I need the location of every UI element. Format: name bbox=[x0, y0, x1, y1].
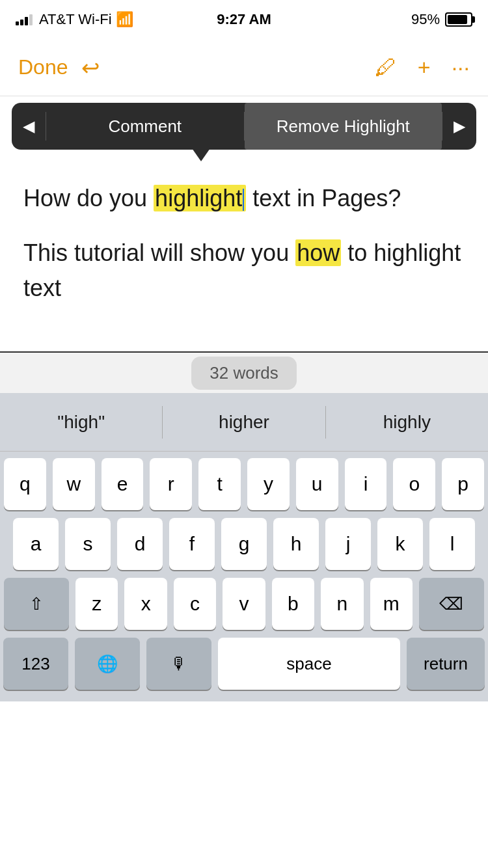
autocorrect-item-1[interactable]: "high" bbox=[0, 405, 162, 439]
battery-icon bbox=[445, 12, 472, 27]
markup-icon: 🖊 bbox=[375, 55, 397, 79]
autocorrect-item-2[interactable]: higher bbox=[163, 405, 325, 439]
globe-icon: 🌐 bbox=[97, 654, 118, 674]
mic-key[interactable]: 🎙 bbox=[146, 638, 211, 690]
keyboard: q w e r t y u i o p a s d f g h j k l ⇧ … bbox=[0, 452, 488, 701]
battery-fill bbox=[448, 15, 467, 24]
text-line-1[interactable]: How do you highlight text in Pages? bbox=[23, 181, 465, 216]
key-x[interactable]: x bbox=[124, 578, 167, 630]
key-s[interactable]: s bbox=[65, 518, 111, 570]
tooltip-menu: ◀ Comment Remove Highlight ▶ bbox=[12, 103, 476, 150]
return-key[interactable]: return bbox=[407, 638, 485, 690]
tooltip-next-button[interactable]: ▶ bbox=[442, 103, 476, 150]
text-line-2[interactable]: This tutorial will show you how to highl… bbox=[23, 236, 465, 306]
key-v[interactable]: v bbox=[223, 578, 265, 630]
line1-after: text in Pages? bbox=[246, 185, 401, 211]
key-y[interactable]: y bbox=[247, 458, 290, 510]
toolbar: Done ↩ 🖊 + ··· bbox=[0, 39, 488, 96]
key-t[interactable]: t bbox=[198, 458, 241, 510]
status-time: 9:27 AM bbox=[217, 11, 271, 28]
key-p[interactable]: p bbox=[442, 458, 484, 510]
toolbar-right: 🖊 + ··· bbox=[375, 55, 470, 80]
status-right: 95% bbox=[411, 11, 472, 28]
key-j[interactable]: j bbox=[325, 518, 371, 570]
shift-icon: ⇧ bbox=[29, 594, 44, 614]
battery-percent: 95% bbox=[411, 11, 440, 28]
next-icon: ▶ bbox=[454, 117, 465, 135]
key-w[interactable]: w bbox=[53, 458, 95, 510]
tooltip-prev-button[interactable]: ◀ bbox=[12, 103, 46, 150]
key-a[interactable]: a bbox=[13, 518, 59, 570]
autocorrect-item-3[interactable]: highly bbox=[326, 405, 488, 439]
toolbar-left: Done ↩ bbox=[18, 55, 100, 81]
key-row-2: a s d f g h j k l bbox=[4, 518, 484, 570]
undo-icon: ↩ bbox=[81, 55, 100, 80]
numbers-key[interactable]: 123 bbox=[3, 638, 68, 690]
key-l[interactable]: l bbox=[429, 518, 475, 570]
key-m[interactable]: m bbox=[370, 578, 413, 630]
key-d[interactable]: d bbox=[117, 518, 163, 570]
shift-key[interactable]: ⇧ bbox=[4, 578, 69, 630]
status-bar: AT&T Wi-Fi 📶 9:27 AM 95% bbox=[0, 0, 488, 39]
key-z[interactable]: z bbox=[75, 578, 118, 630]
space-key[interactable]: space bbox=[218, 638, 400, 690]
line1-before: How do you bbox=[23, 185, 154, 211]
key-b[interactable]: b bbox=[272, 578, 314, 630]
key-i[interactable]: i bbox=[345, 458, 387, 510]
key-r[interactable]: r bbox=[150, 458, 192, 510]
comment-button[interactable]: Comment bbox=[46, 103, 244, 150]
signal-bars bbox=[16, 14, 33, 25]
globe-key[interactable]: 🌐 bbox=[75, 638, 140, 690]
remove-highlight-button[interactable]: Remove Highlight bbox=[245, 103, 442, 150]
key-q[interactable]: q bbox=[4, 458, 46, 510]
text-cursor bbox=[243, 189, 244, 211]
markup-button[interactable]: 🖊 bbox=[375, 55, 397, 80]
add-button[interactable]: + bbox=[418, 55, 431, 80]
prev-icon: ◀ bbox=[23, 117, 34, 135]
line2-highlight: how bbox=[295, 239, 341, 266]
key-g[interactable]: g bbox=[221, 518, 267, 570]
key-f[interactable]: f bbox=[169, 518, 215, 570]
more-button[interactable]: ··· bbox=[452, 55, 470, 80]
word-count-bar: 32 words bbox=[0, 351, 488, 393]
key-u[interactable]: u bbox=[296, 458, 338, 510]
undo-button[interactable]: ↩ bbox=[81, 55, 100, 81]
key-n[interactable]: n bbox=[321, 578, 363, 630]
mic-icon: 🎙 bbox=[170, 654, 187, 674]
key-row-3: ⇧ z x c v b n m ⌫ bbox=[4, 578, 484, 630]
line2-before: This tutorial will show you bbox=[23, 239, 295, 266]
key-h[interactable]: h bbox=[273, 518, 319, 570]
key-o[interactable]: o bbox=[393, 458, 435, 510]
word-count-badge: 32 words bbox=[191, 357, 297, 390]
key-row-1: q w e r t y u i o p bbox=[4, 458, 484, 510]
tooltip-tail bbox=[192, 148, 210, 161]
wifi-icon: 📶 bbox=[116, 11, 133, 28]
key-k[interactable]: k bbox=[377, 518, 423, 570]
backspace-key[interactable]: ⌫ bbox=[419, 578, 484, 630]
key-e[interactable]: e bbox=[102, 458, 144, 510]
backspace-icon: ⌫ bbox=[439, 594, 463, 614]
line1-highlight: highlight bbox=[154, 185, 246, 211]
key-row-4: 123 🌐 🎙 space return bbox=[4, 638, 484, 690]
carrier-label: AT&T Wi-Fi bbox=[39, 11, 112, 28]
done-button[interactable]: Done bbox=[18, 55, 68, 79]
status-left: AT&T Wi-Fi 📶 bbox=[16, 11, 133, 28]
autocorrect-bar: "high" higher highly bbox=[0, 393, 488, 452]
key-c[interactable]: c bbox=[174, 578, 216, 630]
content-area: ◀ Comment Remove Highlight ▶ How do you … bbox=[0, 96, 488, 351]
